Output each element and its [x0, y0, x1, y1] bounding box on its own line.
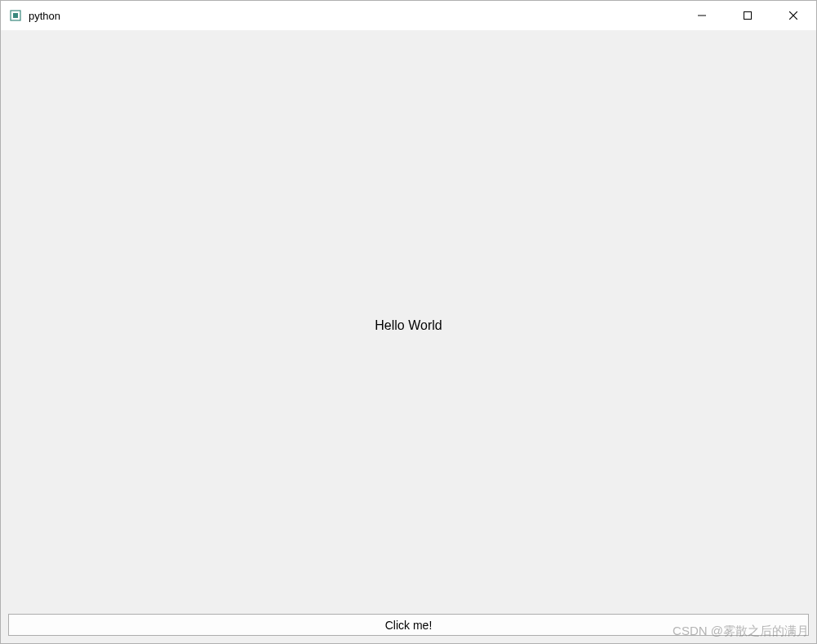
close-icon — [789, 10, 797, 22]
titlebar: python — [1, 1, 816, 30]
application-window: python — [0, 0, 817, 644]
maximize-button[interactable] — [725, 1, 770, 30]
svg-rect-3 — [744, 11, 752, 19]
hello-label: Hello World — [375, 318, 442, 333]
application-icon — [9, 9, 22, 22]
close-button[interactable] — [770, 1, 816, 30]
minimize-button[interactable] — [679, 1, 725, 30]
minimize-icon — [698, 10, 706, 22]
maximize-icon — [744, 10, 752, 22]
titlebar-controls — [679, 1, 816, 30]
client-area: Hello World Click me! — [1, 30, 816, 643]
titlebar-left: python — [9, 9, 60, 22]
content-center: Hello World — [8, 38, 809, 614]
click-me-button[interactable]: Click me! — [8, 614, 809, 636]
svg-rect-1 — [13, 13, 18, 18]
window-title: python — [29, 10, 60, 22]
